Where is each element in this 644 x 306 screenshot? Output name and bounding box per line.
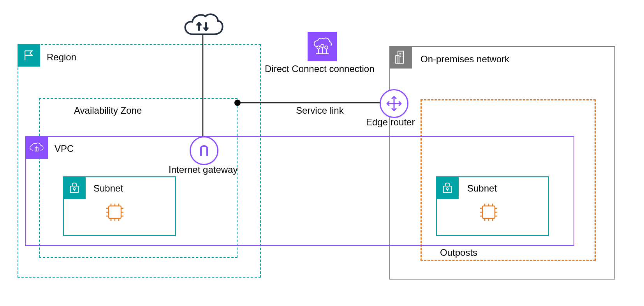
svg-point-9 xyxy=(73,188,75,190)
svg-point-25 xyxy=(446,188,448,190)
subnet-region-label: Subnet xyxy=(93,183,123,194)
onprem-label: On-premises network xyxy=(421,54,509,65)
internet-gateway-icon xyxy=(190,136,218,165)
subnet-outposts-chip-icon xyxy=(477,200,500,224)
svg-point-45 xyxy=(317,46,320,49)
svg-rect-27 xyxy=(482,206,495,218)
svg-point-47 xyxy=(325,46,328,49)
outposts-label: Outposts xyxy=(440,247,477,258)
onprem-icon xyxy=(389,46,412,69)
region-label: Region xyxy=(47,52,76,63)
direct-connect-label: Direct Connect connection xyxy=(265,63,374,74)
direct-connect-icon xyxy=(308,32,337,61)
region-icon xyxy=(18,44,40,67)
subnet-region-chip-icon xyxy=(103,200,127,224)
connector-cloud-igw xyxy=(202,35,204,137)
vpc-icon xyxy=(25,136,48,159)
subnet-region-icon xyxy=(63,176,86,199)
svg-rect-11 xyxy=(109,206,121,218)
subnet-outposts-icon xyxy=(436,176,459,199)
edge-router-icon xyxy=(380,89,408,118)
az-label: Availability Zone xyxy=(74,105,142,116)
svg-rect-1 xyxy=(396,56,399,63)
subnet-outposts-label: Subnet xyxy=(467,183,497,194)
vpc-label: VPC xyxy=(55,143,74,154)
edge-router-label: Edge router xyxy=(366,117,415,128)
internet-gateway-label: Internet gateway xyxy=(169,164,238,175)
service-link-label: Service link xyxy=(296,105,344,116)
svg-point-46 xyxy=(321,44,324,47)
